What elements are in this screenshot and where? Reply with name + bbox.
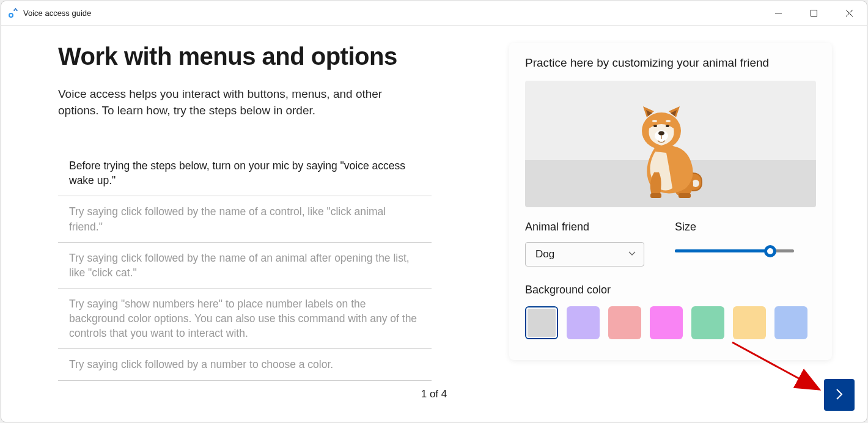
chevron-down-icon (628, 248, 636, 260)
window-controls (760, 1, 867, 26)
svg-point-8 (666, 125, 669, 127)
svg-point-12 (658, 131, 664, 136)
color-swatch-yellow[interactable] (733, 306, 766, 339)
step-item[interactable]: Try saying click followed by the name of… (58, 196, 432, 242)
color-swatch-pink[interactable] (608, 306, 641, 339)
intro-text: Voice access helps you interact with but… (58, 86, 425, 119)
dog-illustration (625, 104, 716, 201)
animal-stage (525, 81, 816, 207)
step-item[interactable]: Try saying click followed by the name of… (58, 243, 432, 289)
color-swatches (525, 306, 816, 339)
content: Work with menus and options Voice access… (1, 26, 867, 422)
svg-point-9 (652, 120, 657, 122)
controls-row: Animal friend Dog Size (525, 221, 816, 267)
size-label: Size (675, 221, 794, 234)
animal-friend-label: Animal friend (525, 221, 644, 234)
maximize-button[interactable] (796, 1, 831, 26)
color-swatch-blue[interactable] (774, 306, 807, 339)
animal-friend-value: Dog (535, 248, 554, 260)
next-button[interactable] (824, 379, 855, 411)
titlebar-left: Voice access guide (7, 8, 91, 19)
color-swatch-magenta[interactable] (650, 306, 683, 339)
size-slider[interactable] (675, 242, 794, 252)
size-control: Size (675, 221, 794, 267)
window-title: Voice access guide (23, 9, 91, 18)
practice-card: Practice here by customizing your animal… (509, 43, 832, 360)
svg-rect-5 (650, 193, 661, 198)
animal-friend-control: Animal friend Dog (525, 221, 644, 267)
practice-title: Practice here by customizing your animal… (525, 56, 816, 70)
background-color-label: Background color (525, 284, 816, 296)
color-swatch-lavender[interactable] (567, 306, 600, 339)
svg-point-1 (10, 14, 12, 17)
slider-thumb[interactable] (764, 245, 776, 257)
slider-fill (675, 249, 770, 252)
practice-pane: Practice here by customizing your animal… (492, 26, 867, 422)
step-item[interactable]: Try saying "show numbers here" to place … (58, 289, 432, 349)
minimize-button[interactable] (760, 1, 796, 26)
step-item[interactable]: Before trying the steps below, turn on y… (58, 150, 432, 196)
close-button[interactable] (831, 1, 867, 26)
steps-list: Before trying the steps below, turn on y… (58, 150, 432, 380)
instructions-pane: Work with menus and options Voice access… (1, 26, 492, 422)
svg-point-10 (666, 120, 671, 122)
color-swatch-gray[interactable] (525, 306, 558, 339)
color-swatch-mint[interactable] (691, 306, 724, 339)
svg-rect-4 (679, 193, 691, 198)
step-item[interactable]: Try saying click followed by a number to… (58, 349, 432, 380)
page-title: Work with menus and options (58, 43, 437, 70)
chevron-right-icon (833, 388, 845, 402)
app-window: Voice access guide Work with menus and o… (1, 1, 867, 422)
voice-access-icon (7, 8, 18, 19)
svg-point-7 (653, 125, 657, 127)
titlebar: Voice access guide (1, 1, 867, 26)
animal-friend-dropdown[interactable]: Dog (525, 242, 644, 267)
svg-rect-2 (811, 10, 817, 17)
